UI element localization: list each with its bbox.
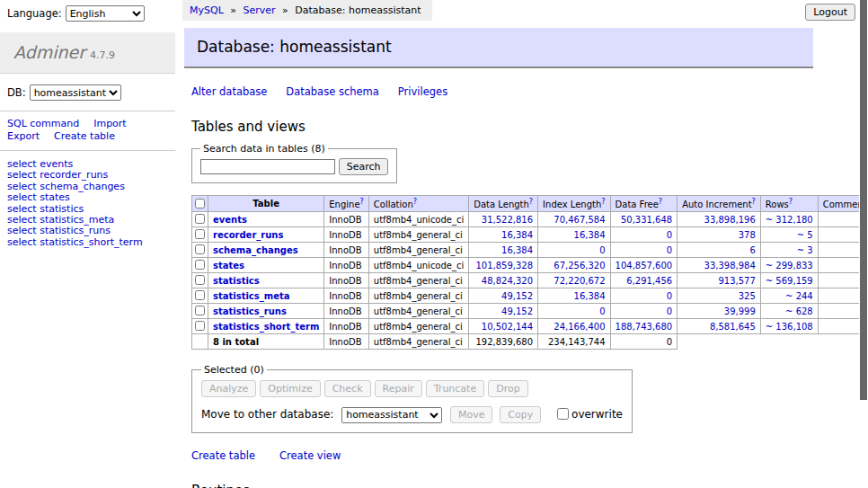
search-button[interactable]: Search xyxy=(339,158,389,175)
scrollbar-thumb[interactable] xyxy=(860,0,867,400)
cell-index-length[interactable]: 24,166,400 xyxy=(538,319,610,334)
database-schema-link[interactable]: Database schema xyxy=(286,85,378,98)
cell-index-length[interactable]: 72,220,672 xyxy=(538,273,610,288)
row-checkbox[interactable] xyxy=(195,229,205,239)
copy-button[interactable]: Copy xyxy=(500,406,541,423)
help-link[interactable]: ? xyxy=(752,198,756,206)
table-link-states[interactable]: states xyxy=(213,261,244,271)
help-link[interactable]: ? xyxy=(789,198,793,206)
move-db-select[interactable]: homeassistant xyxy=(341,407,442,423)
help-link[interactable]: ? xyxy=(601,198,605,206)
cell-data-free[interactable]: 0 xyxy=(610,243,678,258)
row-checkbox[interactable] xyxy=(195,306,205,315)
optimize-button[interactable]: Optimize xyxy=(260,380,320,397)
repair-button[interactable]: Repair xyxy=(375,380,422,397)
drop-button[interactable]: Drop xyxy=(488,380,527,397)
select-all-checkbox[interactable] xyxy=(195,199,205,209)
cell-rows[interactable]: ~ 3 xyxy=(760,243,818,258)
sidebar-action-export[interactable]: Export xyxy=(7,130,40,142)
cell-data-length[interactable]: 48,824,320 xyxy=(469,273,538,288)
cell-auto-increment[interactable]: 33,398,984 xyxy=(678,258,761,273)
help-link[interactable]: ? xyxy=(659,198,662,206)
overwrite-checkbox[interactable] xyxy=(557,408,569,420)
search-input[interactable] xyxy=(200,159,335,174)
cell-auto-increment[interactable]: 378 xyxy=(678,227,761,243)
cell-rows[interactable]: ~ 628 xyxy=(760,304,818,319)
cell-rows[interactable]: ~ 5 xyxy=(760,227,818,243)
sidebar-action-sql-command[interactable]: SQL command xyxy=(7,118,79,129)
move-button[interactable]: Move xyxy=(450,406,493,423)
row-checkbox[interactable] xyxy=(195,275,205,285)
cell-data-length[interactable]: 10,502,144 xyxy=(469,319,538,334)
table-row: eventsInnoDButf8mb4_unicode_ci31,522,816… xyxy=(192,212,868,227)
row-checkbox[interactable] xyxy=(195,214,205,224)
sidebar-select-statistics_short_term[interactable]: select statistics_short_term xyxy=(7,237,168,248)
sidebar-select-states[interactable]: select states xyxy=(7,192,168,203)
column-header-rows: Rows? xyxy=(760,196,818,212)
cell-rows[interactable]: ~ 569,159 xyxy=(760,273,818,288)
cell-data-length[interactable]: 31,522,816 xyxy=(469,212,538,227)
table-link-statistics_meta[interactable]: statistics_meta xyxy=(213,291,289,301)
cell-auto-increment[interactable]: 39,999 xyxy=(678,304,761,319)
cell-index-length[interactable]: 0 xyxy=(538,243,610,258)
cell-table-name: statistics xyxy=(208,273,324,288)
cell-auto-increment[interactable]: 325 xyxy=(678,288,761,304)
row-checkbox[interactable] xyxy=(195,244,205,254)
cell-data-length[interactable]: 101,859,328 xyxy=(469,258,538,273)
cell-rows[interactable]: ~ 312,180 xyxy=(760,212,818,227)
cell-auto-increment[interactable]: 913,577 xyxy=(678,273,761,288)
cell-data-length[interactable]: 16,384 xyxy=(469,227,538,243)
cell-index-length[interactable]: 70,467,584 xyxy=(538,212,610,227)
cell-data-length[interactable]: 49,152 xyxy=(469,304,538,319)
db-select[interactable]: homeassistant xyxy=(30,84,121,101)
cell-data-free[interactable]: 0 xyxy=(610,227,678,243)
cell-data-free[interactable]: 188,743,680 xyxy=(610,319,678,334)
logout-button[interactable]: Logout xyxy=(805,4,855,21)
cell-index-length[interactable]: 16,384 xyxy=(538,288,610,304)
alter-database-link[interactable]: Alter database xyxy=(191,85,267,98)
help-link[interactable]: ? xyxy=(529,198,533,206)
cell-rows[interactable]: ~ 136,108 xyxy=(760,319,818,334)
help-link[interactable]: ? xyxy=(360,198,364,206)
cell-auto-increment[interactable]: 6 xyxy=(678,243,761,258)
sidebar-action-import[interactable]: Import xyxy=(93,118,127,129)
language-label: Language: xyxy=(7,7,62,20)
table-link-events[interactable]: events xyxy=(213,215,247,225)
cell-rows[interactable]: ~ 244 xyxy=(760,288,818,304)
analyze-button[interactable]: Analyze xyxy=(201,380,256,397)
breadcrumb-item[interactable]: MySQL xyxy=(190,4,224,16)
sidebar-select-statistics_runs[interactable]: select statistics_runs xyxy=(7,226,168,236)
truncate-button[interactable]: Truncate xyxy=(426,380,484,397)
table-link-statistics[interactable]: statistics xyxy=(213,276,260,286)
cell-data-free[interactable]: 0 xyxy=(610,304,678,319)
cell-data-length[interactable]: 49,152 xyxy=(469,288,538,304)
table-link-recorder_runs[interactable]: recorder_runs xyxy=(213,230,283,240)
cell-data-length[interactable]: 16,384 xyxy=(469,243,538,258)
privileges-link[interactable]: Privileges xyxy=(398,85,447,98)
cell-auto-increment[interactable]: 33,898,196 xyxy=(678,212,761,227)
create-view-link[interactable]: Create view xyxy=(279,449,341,462)
sidebar-action-create-table[interactable]: Create table xyxy=(54,130,115,142)
row-checkbox[interactable] xyxy=(195,321,205,331)
row-checkbox[interactable] xyxy=(195,260,205,270)
create-table-link[interactable]: Create table xyxy=(191,449,255,462)
table-link-statistics_runs[interactable]: statistics_runs xyxy=(213,306,287,316)
cell-rows[interactable]: ~ 299,833 xyxy=(760,258,818,273)
cell-data-free[interactable]: 6,291,456 xyxy=(610,273,678,288)
row-checkbox[interactable] xyxy=(195,290,205,300)
table-link-schema_changes[interactable]: schema_changes xyxy=(213,245,298,255)
cell-data-free[interactable]: 50,331,648 xyxy=(610,212,678,227)
cell-auto-increment[interactable]: 8,581,645 xyxy=(678,319,761,334)
cell-index-length[interactable]: 67,256,320 xyxy=(538,258,610,273)
help-link[interactable]: ? xyxy=(413,198,417,206)
sidebar-select-recorder_runs[interactable]: select recorder_runs xyxy=(7,170,168,181)
language-select[interactable]: English xyxy=(66,5,145,22)
cell-data-free[interactable]: 104,857,600 xyxy=(610,258,678,273)
vertical-scrollbar[interactable] xyxy=(859,0,868,488)
cell-index-length[interactable]: 16,384 xyxy=(538,227,610,243)
check-button[interactable]: Check xyxy=(324,380,371,397)
cell-index-length[interactable]: 0 xyxy=(538,304,610,319)
table-link-statistics_short_term[interactable]: statistics_short_term xyxy=(213,322,319,332)
cell-data-free[interactable]: 0 xyxy=(610,288,678,304)
breadcrumb-item[interactable]: Server xyxy=(244,4,276,16)
